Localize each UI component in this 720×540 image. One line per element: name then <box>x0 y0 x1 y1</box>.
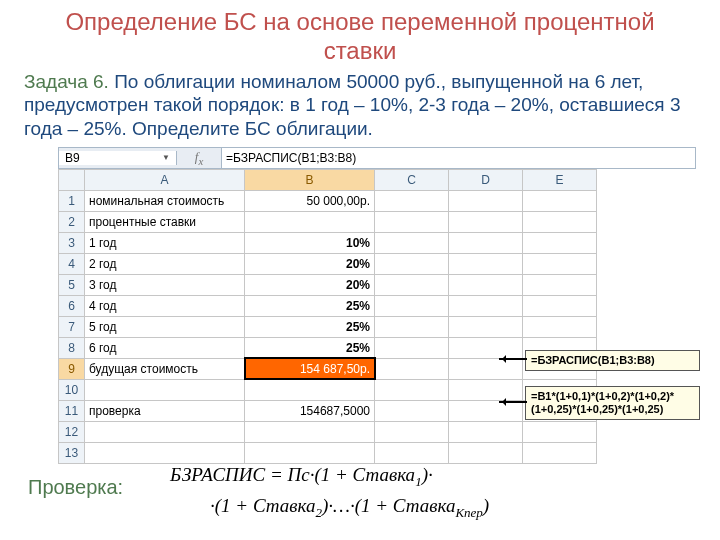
cell[interactable]: 20% <box>245 274 375 295</box>
table-row[interactable]: 1номинальная стоимость50 000,00р. <box>59 190 597 211</box>
cell[interactable] <box>375 400 449 421</box>
table-row[interactable]: 2процентные ставки <box>59 211 597 232</box>
cell[interactable] <box>449 442 523 463</box>
cell[interactable]: 2 год <box>85 253 245 274</box>
cell[interactable] <box>449 190 523 211</box>
fx-icon[interactable]: fx <box>191 149 207 167</box>
cell[interactable] <box>375 190 449 211</box>
row-header[interactable]: 10 <box>59 379 85 400</box>
table-row[interactable]: 12 <box>59 421 597 442</box>
cell[interactable]: 25% <box>245 295 375 316</box>
cell[interactable] <box>523 442 597 463</box>
cell[interactable] <box>449 379 523 400</box>
col-header-d[interactable]: D <box>449 169 523 190</box>
row-header[interactable]: 3 <box>59 232 85 253</box>
cell[interactable] <box>245 379 375 400</box>
cell[interactable]: проверка <box>85 400 245 421</box>
formula-icons: fx <box>177 149 221 167</box>
math-t: = Пс·(1 + Ставка <box>265 464 415 485</box>
cell[interactable]: 10% <box>245 232 375 253</box>
cell[interactable] <box>85 442 245 463</box>
select-all-corner[interactable] <box>59 169 85 190</box>
cell[interactable]: 5 год <box>85 316 245 337</box>
cell[interactable] <box>449 211 523 232</box>
cell[interactable]: процентные ставки <box>85 211 245 232</box>
cell[interactable] <box>375 295 449 316</box>
row-header[interactable]: 7 <box>59 316 85 337</box>
cell[interactable] <box>375 232 449 253</box>
table-row[interactable]: 11проверка154687,5000 <box>59 400 597 421</box>
table-row[interactable]: 64 год25% <box>59 295 597 316</box>
cell[interactable] <box>523 253 597 274</box>
cell[interactable] <box>449 295 523 316</box>
cell[interactable] <box>449 337 523 358</box>
cell[interactable]: 4 год <box>85 295 245 316</box>
table-row[interactable]: 31 год10% <box>59 232 597 253</box>
cell[interactable]: 3 год <box>85 274 245 295</box>
cell[interactable] <box>375 274 449 295</box>
row-header[interactable]: 8 <box>59 337 85 358</box>
cell[interactable]: 154687,5000 <box>245 400 375 421</box>
table-row[interactable]: 13 <box>59 442 597 463</box>
cell[interactable]: 6 год <box>85 337 245 358</box>
cell[interactable] <box>375 337 449 358</box>
cell[interactable]: 50 000,00р. <box>245 190 375 211</box>
cell[interactable] <box>449 274 523 295</box>
cell[interactable] <box>245 421 375 442</box>
cell[interactable]: 154 687,50р. <box>245 358 375 379</box>
cell[interactable] <box>85 421 245 442</box>
cell[interactable] <box>375 316 449 337</box>
cell[interactable]: 25% <box>245 337 375 358</box>
cell[interactable]: номинальная стоимость <box>85 190 245 211</box>
cell[interactable] <box>523 295 597 316</box>
row-header[interactable]: 13 <box>59 442 85 463</box>
cell[interactable] <box>523 190 597 211</box>
cell[interactable] <box>375 358 449 379</box>
col-header-e[interactable]: E <box>523 169 597 190</box>
table-row[interactable]: 53 год20% <box>59 274 597 295</box>
chevron-down-icon[interactable]: ▼ <box>162 153 170 162</box>
cell[interactable] <box>449 358 523 379</box>
cell[interactable] <box>449 316 523 337</box>
cell[interactable] <box>523 421 597 442</box>
cell[interactable]: 25% <box>245 316 375 337</box>
cell[interactable] <box>375 421 449 442</box>
formula-bar[interactable]: =БЗРАСПИС(B1;B3:B8) <box>221 148 695 168</box>
cell[interactable] <box>523 211 597 232</box>
cell[interactable]: 1 год <box>85 232 245 253</box>
row-header[interactable]: 9 <box>59 358 85 379</box>
table-row[interactable]: 86 год25% <box>59 337 597 358</box>
cell[interactable] <box>523 274 597 295</box>
cell[interactable] <box>375 379 449 400</box>
cell[interactable]: будущая стоимость <box>85 358 245 379</box>
row-header[interactable]: 1 <box>59 190 85 211</box>
cell[interactable] <box>449 232 523 253</box>
cell[interactable] <box>245 442 375 463</box>
row-header[interactable]: 11 <box>59 400 85 421</box>
table-row[interactable]: 75 год25% <box>59 316 597 337</box>
cell[interactable]: 20% <box>245 253 375 274</box>
table-row[interactable]: 10 <box>59 379 597 400</box>
cell[interactable] <box>375 442 449 463</box>
grid[interactable]: A B C D E 1номинальная стоимость50 000,0… <box>58 169 597 464</box>
cell[interactable] <box>375 253 449 274</box>
table-row[interactable]: 42 год20% <box>59 253 597 274</box>
name-box[interactable]: B9 ▼ <box>59 151 177 165</box>
col-header-b[interactable]: B <box>245 169 375 190</box>
cell[interactable] <box>449 253 523 274</box>
cell[interactable] <box>523 232 597 253</box>
cell[interactable] <box>375 211 449 232</box>
row-header[interactable]: 2 <box>59 211 85 232</box>
col-header-c[interactable]: C <box>375 169 449 190</box>
row-header[interactable]: 4 <box>59 253 85 274</box>
row-header[interactable]: 5 <box>59 274 85 295</box>
row-header[interactable]: 6 <box>59 295 85 316</box>
col-header-a[interactable]: A <box>85 169 245 190</box>
cell[interactable] <box>449 400 523 421</box>
row-header[interactable]: 12 <box>59 421 85 442</box>
table-row[interactable]: 9будущая стоимость154 687,50р. <box>59 358 597 379</box>
cell[interactable] <box>523 316 597 337</box>
cell[interactable] <box>245 211 375 232</box>
cell[interactable] <box>449 421 523 442</box>
cell[interactable] <box>85 379 245 400</box>
